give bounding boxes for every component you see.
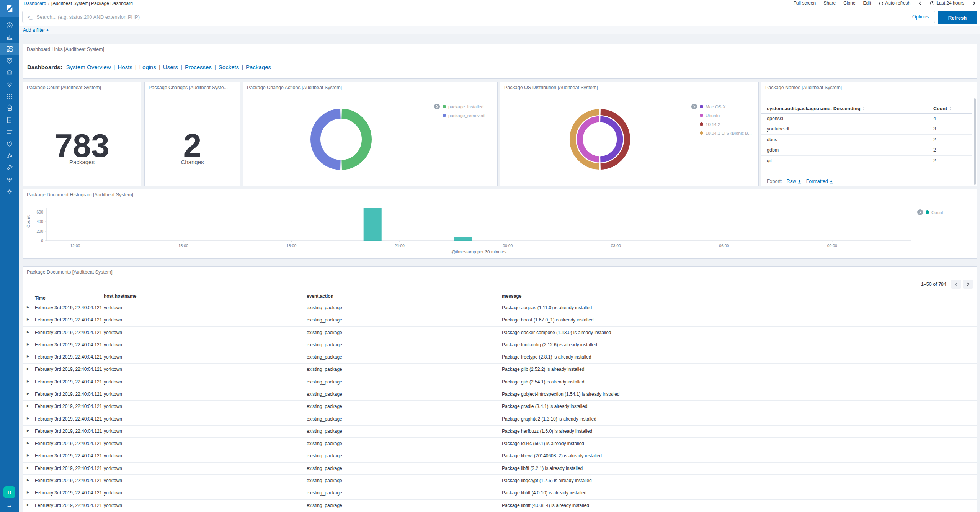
panel-title: Package Count [Auditbeat System] (27, 85, 101, 90)
legend-item-package-removed[interactable]: package_removed (443, 111, 485, 120)
expand-row-icon[interactable]: ▶ (27, 442, 29, 445)
dashboard-link-sockets[interactable]: Sockets (219, 64, 239, 70)
count-column-header[interactable]: Count (933, 106, 952, 112)
expand-row-icon[interactable]: ▶ (27, 331, 29, 334)
donut-slice-package-removed[interactable] (315, 114, 340, 165)
sidebar-item-apm[interactable] (0, 126, 19, 138)
expand-row-icon[interactable]: ▶ (27, 504, 29, 507)
expand-row-icon[interactable]: ▶ (27, 392, 29, 395)
dashboard-link-packages[interactable]: Packages (246, 64, 271, 70)
action-cell: existing_package (307, 466, 342, 471)
sidebar-item-infrastructure[interactable] (0, 102, 19, 114)
time-forward-button[interactable] (972, 1, 976, 5)
expand-row-icon[interactable]: ▶ (27, 466, 29, 470)
sidebar-item-management[interactable] (0, 185, 19, 197)
add-filter-link[interactable]: Add a filter + (23, 28, 49, 33)
expand-row-icon[interactable]: ▶ (27, 479, 29, 482)
action-cell: existing_package (307, 305, 342, 310)
dashboard-link-hosts[interactable]: Hosts (118, 64, 132, 70)
search-input[interactable] (36, 14, 912, 20)
table-row: ▶February 3rd 2019, 22:40:04.121yorktown… (23, 487, 977, 499)
search-box: >_ Options (22, 11, 935, 23)
chevron-right-icon (966, 282, 970, 286)
legend-item-mac-os-x[interactable]: Mac OS X (700, 102, 752, 111)
sidebar-item-dev-tools[interactable] (0, 161, 19, 173)
sidebar-item-maps[interactable] (0, 78, 19, 90)
auto-refresh-button[interactable]: Auto-refresh (879, 0, 910, 6)
sidebar-item-uptime[interactable] (0, 138, 19, 150)
message-cell: Package fontconfig (2.12.6) is already i… (502, 342, 597, 347)
histogram-bar[interactable] (454, 237, 472, 241)
x-tick-label: 09:00 (827, 243, 837, 248)
legend-item-10-14-2[interactable]: 10.14.2 (700, 120, 752, 129)
expand-row-icon[interactable]: ▶ (27, 318, 29, 321)
donut-slice-ubuntu[interactable] (580, 119, 599, 160)
expand-row-icon[interactable]: ▶ (27, 404, 29, 408)
expand-row-icon[interactable]: ▶ (27, 429, 29, 432)
legend-expand-icon[interactable] (917, 209, 923, 215)
dashboard-link-system-overview[interactable]: System Overview (66, 64, 111, 70)
time-back-button[interactable] (918, 1, 922, 5)
expand-row-icon[interactable]: ▶ (27, 343, 29, 346)
sidebar-item-discover[interactable] (0, 19, 19, 31)
panel-dashboard-links: Dashboard Links [Auditbeat System] Dashb… (23, 44, 977, 79)
x-axis-label: @timestamp per 30 minutes (46, 249, 911, 254)
count-cell: 3 (933, 126, 936, 132)
legend-item-18-04-1-lts-bionic-b[interactable]: 18.04.1 LTS (Bionic B... (700, 129, 752, 137)
legend-item-package-installed[interactable]: package_installed (443, 102, 485, 111)
export-formatted-link[interactable]: Formatted (806, 179, 833, 184)
visualize-icon (6, 33, 13, 41)
dashboard-link-users[interactable]: Users (163, 64, 178, 70)
names-column-header[interactable]: system.audit.package.name: Descending (767, 106, 865, 112)
legend-expand-icon[interactable] (691, 104, 697, 109)
donut-slice-mac-os-x[interactable] (600, 119, 620, 160)
package-name-cell: gdbm (767, 147, 779, 153)
sidebar-collapse-arrow[interactable]: → (0, 502, 19, 509)
refresh-button[interactable]: Refresh (938, 11, 977, 24)
legend-item-ubuntu[interactable]: Ubuntu (700, 111, 752, 120)
share-button[interactable]: Share (823, 0, 836, 6)
legend-dot (700, 131, 703, 135)
sidebar-item-monitoring[interactable] (0, 173, 19, 185)
clone-button[interactable]: Clone (843, 0, 855, 6)
time-cell: February 3rd 2019, 22:40:04.121 (35, 404, 102, 409)
sidebar-item-timelion[interactable] (0, 55, 19, 67)
expand-row-icon[interactable]: ▶ (27, 380, 29, 383)
time-range-picker[interactable]: Last 24 hours (930, 0, 964, 6)
sidebar-item-visualize[interactable] (0, 31, 19, 43)
export-raw-link[interactable]: Raw (787, 179, 802, 184)
edit-button[interactable]: Edit (863, 0, 871, 6)
expand-row-icon[interactable]: ▶ (27, 491, 29, 494)
breadcrumb-dashboard-link[interactable]: Dashboard (24, 1, 46, 6)
expand-row-icon[interactable]: ▶ (27, 454, 29, 457)
sidebar-item-dashboard[interactable] (0, 43, 19, 55)
panel-document-histogram: Package Document Histogram [Auditbeat Sy… (23, 189, 977, 259)
y-tick-label: 400 (36, 219, 43, 224)
donut-slice-package-installed[interactable] (342, 114, 367, 165)
dashboard-link-processes[interactable]: Processes (185, 64, 212, 70)
sidebar-item-canvas[interactable] (0, 67, 19, 78)
action-cell: existing_package (307, 317, 342, 323)
os-distribution-donut-chart (567, 107, 632, 172)
sidebar-item-graph[interactable] (0, 150, 19, 161)
expand-row-icon[interactable]: ▶ (27, 355, 29, 358)
legend-item-count[interactable]: Count (926, 208, 943, 217)
next-page-button[interactable] (963, 280, 973, 289)
panel-scrollbar[interactable] (974, 98, 976, 185)
expand-row-icon[interactable]: ▶ (27, 367, 29, 370)
expand-row-icon[interactable]: ▶ (27, 306, 29, 309)
kibana-logo[interactable] (0, 0, 19, 17)
sidebar-item-machine-learning[interactable] (0, 90, 19, 102)
full-screen-button[interactable]: Full screen (793, 0, 816, 6)
sidebar-item-logs[interactable] (0, 114, 19, 126)
legend-expand-icon[interactable] (434, 104, 440, 109)
space-badge[interactable]: D (3, 486, 15, 498)
table-row: ▶February 3rd 2019, 22:40:04.121yorktown… (23, 351, 977, 364)
query-options-link[interactable]: Options (912, 14, 929, 20)
legend-dot (443, 114, 446, 117)
histogram-bar[interactable] (364, 208, 382, 241)
previous-page-button[interactable] (951, 280, 961, 289)
dashboard-link-logins[interactable]: Logins (139, 64, 156, 70)
expand-row-icon[interactable]: ▶ (27, 417, 29, 420)
chevron-right-icon (972, 1, 976, 5)
